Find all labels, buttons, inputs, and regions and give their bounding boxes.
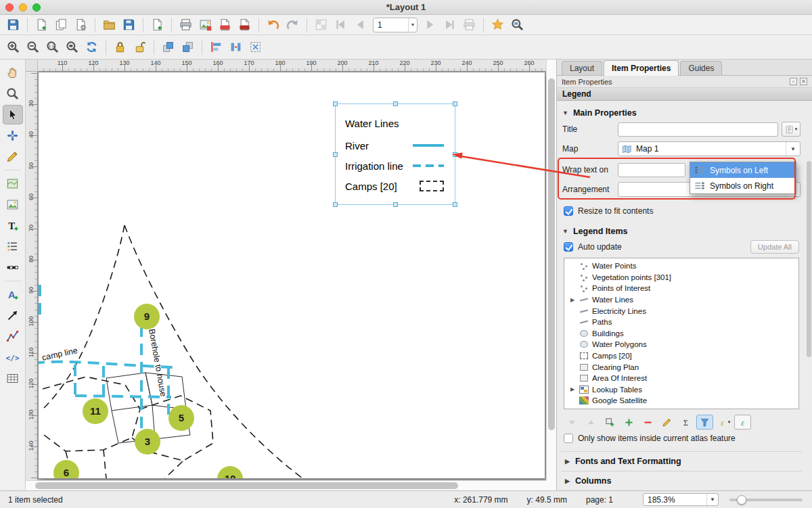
zoom-full-button[interactable]: [63, 39, 81, 56]
previous-feature-button[interactable]: [351, 16, 369, 34]
panel-scrollbar[interactable]: [807, 103, 811, 488]
selection-handle[interactable]: [453, 202, 457, 207]
columns-section-header[interactable]: ▶ Columns: [561, 471, 802, 490]
legend-item-row[interactable]: Area Of Interest: [564, 373, 798, 384]
title-input[interactable]: [618, 122, 778, 137]
save-as-template-button[interactable]: [120, 16, 138, 34]
duplicate-layout-button[interactable]: [52, 16, 70, 34]
legend-item-row[interactable]: ▶Lookup Tables: [564, 384, 798, 396]
add-html-button[interactable]: [3, 348, 23, 367]
zoom-out-button[interactable]: [24, 39, 42, 56]
selection-handle[interactable]: [393, 101, 398, 106]
fonts-section-header[interactable]: ▶ Fonts and Text Formatting: [561, 451, 802, 471]
save-project-button[interactable]: [4, 16, 22, 34]
selection-handle[interactable]: [393, 202, 398, 207]
remove-item-button[interactable]: [639, 415, 656, 430]
move-item-down-button[interactable]: [564, 415, 581, 430]
selection-handle[interactable]: [333, 202, 338, 207]
distribute-items-button[interactable]: [227, 39, 245, 56]
refresh-view-button[interactable]: [83, 39, 101, 56]
add-group-button[interactable]: [602, 415, 618, 430]
expander-icon[interactable]: ▶: [569, 297, 576, 303]
selection-handle[interactable]: [333, 152, 338, 157]
legend-item-row[interactable]: Camps [20]: [564, 350, 798, 362]
add-shape-button[interactable]: [3, 285, 23, 304]
legend-item-row[interactable]: ▶Water Lines: [564, 294, 798, 306]
add-scalebar-button[interactable]: [3, 258, 23, 277]
legend-item-row[interactable]: Water Points: [564, 260, 798, 272]
tab-item-properties[interactable]: Item Properties: [604, 60, 679, 76]
zoom-slider-thumb[interactable]: [737, 495, 746, 505]
last-feature-button[interactable]: [441, 16, 459, 34]
edit-item-button[interactable]: [658, 415, 675, 430]
atlas-filter-button[interactable]: [734, 415, 751, 430]
scrollbar-thumb[interactable]: [548, 78, 555, 430]
zoom-actual-button[interactable]: [43, 39, 62, 56]
expander-icon[interactable]: ▶: [569, 386, 576, 392]
preview-atlas-button[interactable]: [312, 16, 330, 34]
legend-item-row[interactable]: Google Satellite: [564, 395, 798, 407]
close-panel-icon[interactable]: ×: [800, 78, 807, 85]
pan-layout-button[interactable]: [3, 63, 23, 83]
main-properties-header[interactable]: ▼ Main Properties: [562, 108, 800, 118]
export-as-image-button[interactable]: [196, 16, 215, 34]
new-layout-button[interactable]: [32, 16, 51, 34]
legend-item-row[interactable]: Vegetation points [301]: [564, 272, 798, 283]
add-map-button[interactable]: [3, 174, 23, 193]
load-template-button[interactable]: [100, 16, 118, 34]
float-panel-icon[interactable]: ▫: [790, 78, 797, 85]
legend-item-row[interactable]: Points of Interest: [564, 283, 798, 294]
next-feature-button[interactable]: [421, 16, 439, 34]
selection-handle[interactable]: [453, 152, 457, 157]
add-legend-button[interactable]: [3, 237, 23, 256]
zoom-window-button[interactable]: [32, 3, 41, 11]
zoom-slider[interactable]: [729, 499, 803, 501]
add-arrow-button[interactable]: [3, 306, 23, 325]
first-feature-button[interactable]: [332, 16, 350, 34]
move-item-up-button[interactable]: [583, 415, 600, 430]
minimize-window-button[interactable]: [19, 3, 27, 11]
scrollbar-thumb[interactable]: [35, 482, 458, 489]
map-combobox[interactable]: Map 1 ▼: [618, 141, 800, 156]
print-layout-button[interactable]: [177, 16, 195, 34]
unlock-all-items-button[interactable]: [131, 39, 149, 56]
lock-items-button[interactable]: [111, 39, 129, 56]
legend-item-row[interactable]: Water Polygons: [564, 339, 798, 350]
legend-item[interactable]: Water Lines River Irrigation line Camps …: [340, 108, 451, 200]
wrap-text-input[interactable]: [618, 163, 685, 177]
select-move-item-button[interactable]: [3, 105, 23, 124]
zoom-to-selection-button[interactable]: [508, 16, 526, 34]
tab-layout[interactable]: Layout: [562, 61, 602, 75]
redo-button[interactable]: [284, 16, 302, 34]
atlas-page-combobox[interactable]: 1▾: [373, 18, 418, 32]
layout-canvas[interactable]: 1101201301401501601701801902002102202302…: [26, 60, 556, 490]
add-item-button[interactable]: [621, 415, 637, 430]
raise-items-button[interactable]: [159, 39, 177, 56]
legend-items-header[interactable]: ▼ Legend Items: [562, 227, 800, 236]
close-window-button[interactable]: [5, 3, 14, 11]
add-picture-button[interactable]: [3, 195, 23, 214]
legend-items-list[interactable]: Water PointsVegetation points [301]Point…: [564, 258, 799, 409]
legend-item-row[interactable]: Clearing Plan: [564, 361, 798, 373]
canvas-vertical-scrollbar[interactable]: [546, 60, 556, 480]
layout-page[interactable]: 91153610 camp line Borehole to house Wat…: [38, 72, 545, 479]
add-label-button[interactable]: [3, 216, 23, 235]
data-defined-override-button[interactable]: ▾: [782, 122, 800, 137]
legend-item-row[interactable]: Paths: [564, 317, 798, 328]
resize-to-fit-checkbox[interactable]: [564, 206, 573, 216]
filter-legend-by-map-button[interactable]: [696, 415, 713, 430]
selection-handle[interactable]: [333, 101, 338, 106]
zoom-level-combobox[interactable]: 185.3% ▼: [643, 493, 719, 506]
export-as-pdf-button[interactable]: [235, 16, 254, 34]
resize-items-button[interactable]: [246, 39, 265, 56]
zoom-tool-button[interactable]: [3, 84, 23, 103]
zoom-in-button[interactable]: [4, 39, 22, 56]
update-all-button[interactable]: Update All: [750, 240, 799, 254]
scrollbar-thumb[interactable]: [807, 161, 811, 357]
tab-guides[interactable]: Guides: [680, 61, 722, 75]
add-node-item-button[interactable]: [3, 327, 23, 346]
canvas-horizontal-scrollbar[interactable]: [26, 480, 546, 490]
option-symbols-on-left[interactable]: Symbols on Left: [690, 162, 796, 178]
map-item[interactable]: 91153610 camp line Borehole to house: [39, 72, 545, 478]
add-attribute-table-button[interactable]: [3, 369, 23, 388]
